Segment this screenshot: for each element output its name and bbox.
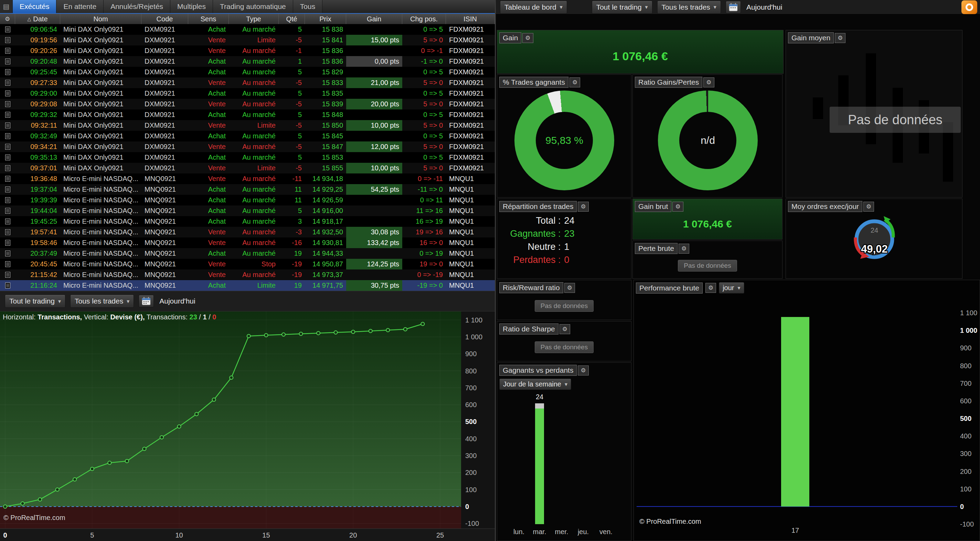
cell-gain: 30,08 pts <box>346 227 402 237</box>
tools-column-header[interactable]: ⚙ <box>0 14 15 24</box>
column-header-isin[interactable]: ISIN <box>446 14 495 24</box>
tab-en-attente[interactable]: En attente <box>56 0 103 13</box>
cell-type: Au marché <box>229 195 279 205</box>
trading-scope-dropdown[interactable]: Tout le trading ▾ <box>5 294 65 308</box>
tab-trading-automatique[interactable]: Trading automatique <box>213 0 293 13</box>
order-row[interactable]: 21:15:42Micro E-mini NASDAQ...MNQ0921Ven… <box>0 269 495 280</box>
perf-group-by-dropdown[interactable]: jour ▾ <box>719 282 744 294</box>
prorealtime-app-icon[interactable] <box>961 0 977 14</box>
dash-calendar-button[interactable] <box>726 1 741 13</box>
order-row[interactable]: 09:06:54Mini DAX Only0921DXM0921AchatAu … <box>0 24 495 35</box>
cell-code: MNQ0921 <box>142 280 188 291</box>
wrench-icon[interactable]: ⚙ <box>703 78 714 88</box>
column-header-chgpos[interactable]: Chg pos. <box>402 14 446 24</box>
order-row[interactable]: 20:45:45Micro E-mini NASDAQ...MNQ0921Ven… <box>0 259 495 269</box>
wrench-icon[interactable]: ⚙ <box>522 33 533 43</box>
wrench-icon[interactable]: ⚙ <box>570 78 580 88</box>
cell-isin: MNQU1 <box>446 280 495 291</box>
cell-isin: MNQU1 <box>446 173 495 184</box>
order-row[interactable]: 09:29:08Mini DAX Only0921DXM0921VenteAu … <box>0 99 495 110</box>
svg-text:0: 0 <box>960 503 964 510</box>
cell-sens: Achat <box>188 195 229 205</box>
order-row[interactable]: 19:57:41Micro E-mini NASDAQ...MNQ0921Ven… <box>0 227 495 237</box>
order-row[interactable]: 19:39:39Micro E-mini NASDAQ...MNQ0921Ach… <box>0 195 495 205</box>
wrench-icon[interactable]: ⚙ <box>564 283 575 293</box>
tab-ex-cut-s[interactable]: Exécutés <box>13 0 56 13</box>
cell-nom: Micro E-mini NASDAQ... <box>60 259 142 269</box>
column-header-qt[interactable]: Qté <box>279 14 305 24</box>
order-doc-icon <box>0 131 15 142</box>
breakdown-label: Neutre : <box>497 242 564 252</box>
chevron-down-icon: ▾ <box>58 298 61 305</box>
order-row[interactable]: 20:37:49Micro E-mini NASDAQ...MNQ0921Ach… <box>0 248 495 259</box>
order-row[interactable]: 19:58:46Micro E-mini NASDAQ...MNQ0921Ven… <box>0 237 495 248</box>
cell-prix: 14 918,17 <box>305 216 346 227</box>
column-header-gain[interactable]: Gain <box>346 14 402 24</box>
wrench-icon[interactable]: ⚙ <box>705 283 716 293</box>
svg-text:-100: -100 <box>465 520 479 527</box>
wrench-icon[interactable]: ⚙ <box>578 366 589 376</box>
order-row[interactable]: 09:32:11Mini DAX Only0921DXM0921VenteLim… <box>0 120 495 131</box>
wrench-icon[interactable]: ⚙ <box>578 202 589 212</box>
cell-chg-pos: 5 => 0 <box>402 120 446 131</box>
column-header-sens[interactable]: Sens <box>188 14 229 24</box>
wins-bar[interactable] <box>535 409 544 524</box>
order-row[interactable]: 09:27:33Mini DAX Only0921DXM0921VenteAu … <box>0 78 495 88</box>
panel-title-repartition: Répartition des trades <box>499 201 577 212</box>
order-row[interactable]: 09:25:45Mini DAX Only0921DXM0921AchatAu … <box>0 67 495 78</box>
cell-nom: Micro E-mini NASDAQ... <box>60 248 142 259</box>
dash-trading-scope-dropdown[interactable]: Tout le trading ▾ <box>592 1 652 14</box>
tab-tous[interactable]: Tous <box>293 0 323 13</box>
cell-date: 09:29:32 <box>15 110 60 120</box>
order-row[interactable]: 19:45:25Micro E-mini NASDAQ...MNQ0921Ach… <box>0 216 495 227</box>
order-row[interactable]: 09:19:56Mini DAX Only0921DXM0921VenteLim… <box>0 35 495 45</box>
order-row[interactable]: 09:35:13Mini DAX Only0921DXM0921AchatAu … <box>0 152 495 163</box>
cell-prix: 15 836 <box>305 45 346 56</box>
calendar-button[interactable] <box>139 295 154 307</box>
order-row[interactable]: 09:32:49Mini DAX Only0921DXM0921AchatAu … <box>0 131 495 142</box>
order-row[interactable]: 19:36:48Micro E-mini NASDAQ...MNQ0921Ven… <box>0 173 495 184</box>
column-header-type[interactable]: Type <box>229 14 279 24</box>
order-row[interactable]: 09:37:01Mini DAX Only0921DXM0921VenteLim… <box>0 163 495 173</box>
trades-scope-dropdown[interactable]: Tous les trades ▾ <box>70 294 134 308</box>
column-header-prix[interactable]: Prix <box>305 14 346 24</box>
svg-text:900: 900 <box>960 344 971 352</box>
cell-isin: FDXM0921 <box>446 163 495 173</box>
breakdown-value: 1 <box>564 242 632 252</box>
wrench-icon[interactable]: ⚙ <box>835 33 845 43</box>
order-row[interactable]: 09:29:32Mini DAX Only0921DXM0921AchatAu … <box>0 110 495 120</box>
cell-isin: FDXM0921 <box>446 110 495 120</box>
cell-date: 19:37:04 <box>15 184 60 195</box>
cell-nom: Mini DAX Only0921 <box>60 120 142 131</box>
dashboard-dropdown[interactable]: Tableau de bord ▾ <box>500 1 567 14</box>
cell-prix: 15 850 <box>305 120 346 131</box>
list-icon[interactable]: ▤ <box>0 0 13 13</box>
order-row[interactable]: 09:20:48Mini DAX Only0921DXM0921AchatAu … <box>0 56 495 67</box>
svg-text:1 000: 1 000 <box>960 326 977 334</box>
order-row[interactable]: 09:34:21Mini DAX Only0921DXM0921VenteAu … <box>0 142 495 152</box>
order-row[interactable]: 19:44:04Micro E-mini NASDAQ...MNQ0921Ach… <box>0 205 495 216</box>
order-row[interactable]: 19:37:04Micro E-mini NASDAQ...MNQ0921Ach… <box>0 184 495 195</box>
cell-gain <box>346 24 402 35</box>
order-row[interactable]: 09:29:00Mini DAX Only0921DXM0921AchatAu … <box>0 88 495 99</box>
tab-multiples[interactable]: Multiples <box>170 0 213 13</box>
cell-nom: Mini DAX Only0921 <box>60 152 142 163</box>
breakdown-label: Total : <box>497 215 564 226</box>
column-header-nom[interactable]: Nom <box>60 14 142 24</box>
breakdown-label: Perdantes : <box>497 255 564 265</box>
orders-per-day-gauge: 24 49,02 <box>845 213 904 270</box>
cell-date: 19:36:48 <box>15 173 60 184</box>
wrench-icon[interactable]: ⚙ <box>863 202 874 212</box>
cell-prix: 15 833 <box>305 78 346 88</box>
wrench-icon[interactable]: ⚙ <box>560 324 570 334</box>
dash-trades-scope-dropdown[interactable]: Tous les trades ▾ <box>657 1 721 14</box>
order-row[interactable]: 09:20:26Mini DAX Only0921DXM0921VenteAu … <box>0 45 495 56</box>
wrench-icon[interactable]: ⚙ <box>672 202 683 212</box>
tab-annul-s-rejet-s[interactable]: Annulés/Rejetés <box>103 0 170 13</box>
column-header-code[interactable]: Code <box>142 14 188 24</box>
column-header-date[interactable]: △Date <box>15 14 60 24</box>
wrench-icon[interactable]: ⚙ <box>679 243 689 254</box>
order-row[interactable]: 21:16:24Micro E-mini NASDAQ...MNQ0921Ach… <box>0 280 495 291</box>
cell-chg-pos: 11 => 16 <box>402 205 446 216</box>
group-by-dropdown[interactable]: Jour de la semaine ▾ <box>499 379 571 390</box>
